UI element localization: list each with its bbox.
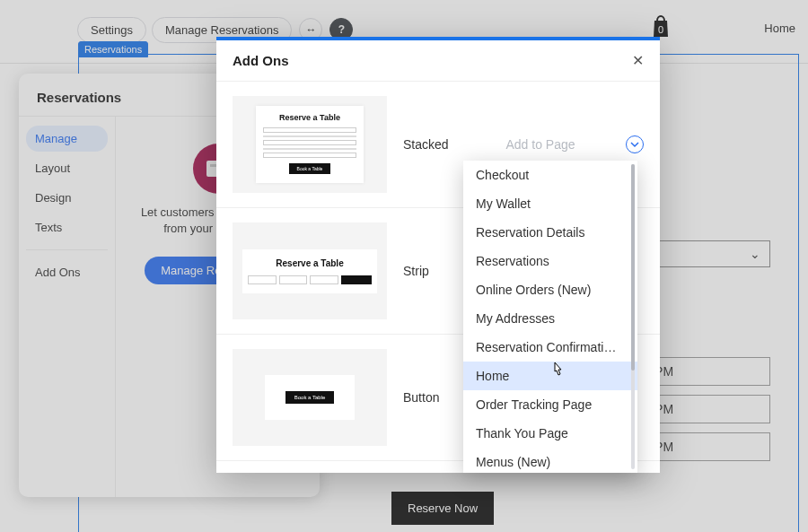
dropdown-item[interactable]: Checkout (463, 161, 637, 189)
addon-label-stacked: Stacked (403, 137, 455, 152)
dropdown-item[interactable]: Menus (New) (463, 448, 637, 473)
dropdown-scrollbar[interactable] (631, 164, 635, 469)
close-icon[interactable]: ✕ (632, 52, 644, 69)
dropdown-item[interactable]: Reservations (463, 247, 637, 275)
dropdown-item[interactable]: Reservation Confirmati… (463, 333, 637, 362)
thumb-button: Book a Table (233, 349, 387, 446)
thumb-strip: Reserve a Table (233, 222, 387, 319)
dropdown-item[interactable]: My Addresses (463, 304, 637, 333)
expand-button[interactable] (626, 135, 644, 153)
thumb-stacked: Reserve a Table Book a Table (233, 96, 387, 193)
addon-label-strip: Strip (403, 264, 455, 278)
page-picker-dropdown: CheckoutMy WalletReservation DetailsRese… (463, 161, 637, 473)
dropdown-item[interactable]: Online Orders (New) (463, 275, 637, 304)
add-to-page-label: Add to Page (471, 137, 610, 152)
dropdown-item[interactable]: My Wallet (463, 189, 637, 218)
dropdown-item[interactable]: Home (463, 362, 637, 390)
dropdown-item[interactable]: Order Tracking Page (463, 390, 637, 419)
dropdown-item[interactable]: Thank You Page (463, 419, 637, 448)
addon-label-button: Button (403, 390, 455, 405)
dropdown-item[interactable]: Reservation Details (463, 218, 637, 247)
modal-title: Add Ons (233, 53, 289, 68)
